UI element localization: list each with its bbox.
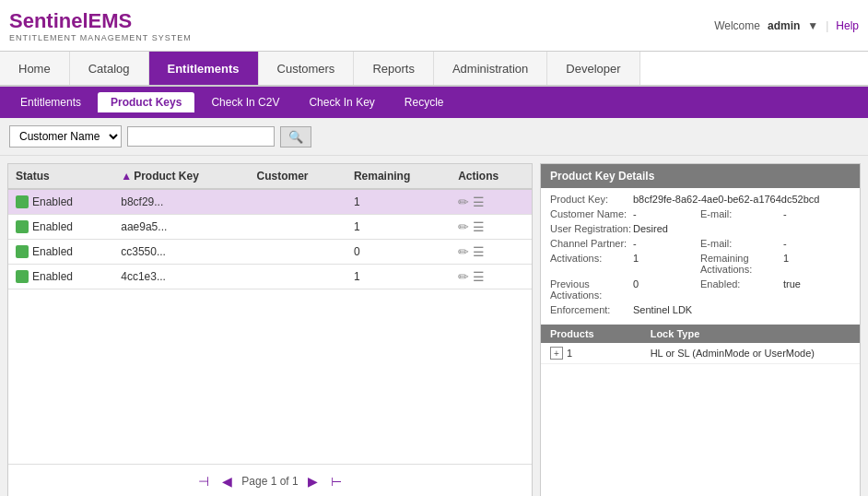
table-section: Status ▲Product Key Customer Remaining A… (7, 163, 533, 496)
customer-name-label: Customer Name: (550, 208, 633, 219)
logo-area: SentinelEMS ENTITLEMENT MANAGEMENT SYSTE… (9, 9, 192, 42)
product-key-label: Product Key: (550, 194, 633, 205)
detail-body: Product Key: b8cf29fe-8a62-4ae0-be62-a17… (541, 188, 860, 325)
remaining-act-label: Remaining Activations: (700, 253, 783, 275)
tab-entitlements[interactable]: Entitlements (7, 92, 94, 112)
nav-entitlements[interactable]: Entitlements (149, 52, 259, 85)
row-remaining: 0 (346, 240, 451, 265)
menu-icon[interactable]: ☰ (473, 244, 485, 259)
edit-icon[interactable]: ✏ (458, 195, 469, 209)
separator: | (826, 19, 828, 32)
activations-value: 1 (633, 253, 700, 275)
table-row[interactable]: Enabled aae9a5... 1 ✏ ☰ (8, 215, 532, 240)
row-product-key: 4cc1e3... (113, 265, 249, 289)
row-status: Enabled (8, 215, 113, 240)
status-icon (16, 245, 29, 258)
logo-title: SentinelEMS (9, 9, 192, 33)
channel-email-value: - (783, 238, 850, 249)
products-header: Products Lock Type (541, 325, 860, 343)
menu-icon[interactable]: ☰ (473, 195, 485, 209)
row-actions: ✏ ☰ (451, 265, 532, 289)
prev-act-label: Previous Activations: (550, 278, 633, 301)
row-status: Enabled (8, 189, 113, 215)
col-customer[interactable]: Customer (249, 164, 346, 189)
product-key-row: Product Key: b8cf29fe-8a62-4ae0-be62-a17… (550, 194, 850, 205)
nav-reports[interactable]: Reports (354, 52, 434, 85)
tab-product-keys[interactable]: Product Keys (98, 92, 194, 112)
product-keys-table: Status ▲Product Key Customer Remaining A… (8, 164, 532, 289)
row-actions: ✏ ☰ (451, 240, 532, 265)
activations-col: Activations: 1 (550, 253, 700, 275)
nav-administration[interactable]: Administration (434, 52, 547, 85)
status-icon (16, 220, 29, 233)
main-nav: Home Catalog Entitlements Customers Repo… (0, 52, 868, 87)
enforcement-label: Enforcement: (550, 304, 633, 315)
col-status[interactable]: Status (8, 164, 113, 189)
tab-recycle[interactable]: Recycle (392, 92, 457, 112)
table-row[interactable]: Enabled b8cf29... 1 ✏ ☰ (8, 189, 532, 215)
row-customer (249, 265, 346, 289)
filter-input[interactable] (127, 126, 275, 147)
prev-page-button[interactable]: ◀ (218, 472, 236, 490)
enabled-label: Enabled: (700, 278, 783, 301)
menu-icon[interactable]: ☰ (473, 269, 485, 284)
pagination: ⊣ ◀ Page 1 of 1 ▶ ⊢ (8, 464, 532, 496)
dropdown-arrow-icon[interactable]: ▼ (807, 19, 818, 32)
sub-nav: Entitlements Product Keys Check In C2V C… (0, 87, 868, 118)
help-link[interactable]: Help (836, 19, 859, 32)
products-col1-label: Products (550, 328, 651, 339)
user-reg-row: User Registration: Desired (550, 223, 850, 234)
customer-name-col: Customer Name: - (550, 208, 700, 219)
row-status: Enabled (8, 240, 113, 265)
table-row[interactable]: Enabled cc3550... 0 ✏ ☰ (8, 240, 532, 265)
menu-icon[interactable]: ☰ (473, 219, 485, 234)
nav-developer[interactable]: Developer (547, 52, 639, 85)
edit-icon[interactable]: ✏ (458, 219, 469, 234)
prev-enabled-row: Previous Activations: 0 Enabled: true (550, 278, 850, 301)
channel-email-col: E-mail: - (700, 238, 850, 249)
logo-sentinel: Sentinel (9, 9, 88, 32)
customer-email-row: Customer Name: - E-mail: - (550, 208, 850, 219)
row-product-key: cc3550... (113, 240, 249, 265)
nav-catalog[interactable]: Catalog (70, 52, 149, 85)
nav-home[interactable]: Home (0, 52, 70, 85)
row-customer (249, 215, 346, 240)
next-page-button[interactable]: ▶ (304, 472, 322, 490)
products-row: + 1 HL or SL (AdminMode or UserMode) (541, 343, 860, 364)
remaining-act-col: Remaining Activations: 1 (700, 253, 850, 275)
search-button[interactable]: 🔍 (280, 126, 311, 148)
edit-icon[interactable]: ✏ (458, 269, 469, 284)
channel-partner-label: Channel Partner: (550, 238, 633, 249)
prev-act-value: 0 (633, 278, 700, 301)
detail-panel: Product Key Details Product Key: b8cf29f… (540, 163, 861, 496)
col-actions: Actions (451, 164, 532, 189)
product-number-col: + 1 (550, 347, 651, 360)
row-customer (249, 240, 346, 265)
channel-partner-value: - (633, 238, 700, 249)
customer-name-value: - (633, 208, 700, 219)
top-right: Welcome admin ▼ | Help (714, 19, 859, 32)
product-lock-type: HL or SL (AdminMode or UserMode) (651, 348, 850, 359)
table-row[interactable]: Enabled 4cc1e3... 1 ✏ ☰ (8, 265, 532, 289)
detail-header: Product Key Details (541, 164, 860, 188)
tab-check-in-key[interactable]: Check In Key (296, 92, 387, 112)
last-page-button[interactable]: ⊢ (327, 472, 346, 490)
remaining-act-value: 1 (783, 253, 850, 275)
row-product-key: aae9a5... (113, 215, 249, 240)
filter-select[interactable]: Customer Name Product Key Status (9, 125, 122, 148)
user-reg-value: Desired (633, 223, 850, 234)
first-page-button[interactable]: ⊣ (194, 472, 213, 490)
channel-email-label: E-mail: (700, 238, 783, 249)
col-product-key[interactable]: ▲Product Key (113, 164, 249, 189)
activations-row: Activations: 1 Remaining Activations: 1 (550, 253, 850, 275)
admin-name[interactable]: admin (768, 19, 800, 32)
col-remaining[interactable]: Remaining (346, 164, 451, 189)
table-header-row: Status ▲Product Key Customer Remaining A… (8, 164, 532, 189)
expand-button[interactable]: + (550, 347, 563, 360)
content-area: Status ▲Product Key Customer Remaining A… (0, 156, 868, 496)
row-actions: ✏ ☰ (451, 189, 532, 215)
tab-check-in-c2v[interactable]: Check In C2V (198, 92, 292, 112)
edit-icon[interactable]: ✏ (458, 244, 469, 259)
welcome-text: Welcome (714, 19, 760, 32)
nav-customers[interactable]: Customers (259, 52, 355, 85)
